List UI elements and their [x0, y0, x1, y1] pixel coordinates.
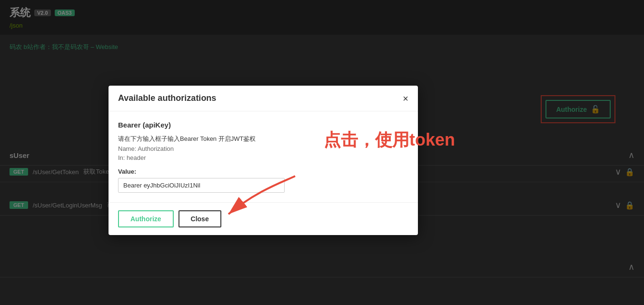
modal-title: Available authorizations	[118, 93, 216, 103]
modal-footer: Authorize Close	[109, 202, 418, 235]
modal-body: Bearer (apiKey) 请在下方输入框子输入Bearer Token 开…	[109, 111, 418, 202]
authorize-button[interactable]: Authorize	[118, 210, 174, 227]
value-label: Value:	[118, 168, 408, 175]
modal-header: Available authorizations ×	[109, 86, 418, 111]
bearer-section-title: Bearer (apiKey)	[118, 121, 408, 129]
bearer-in-label: In: header	[118, 154, 146, 161]
modal-close-button[interactable]: ×	[403, 94, 408, 103]
modal-dialog: Available authorizations × Bearer (apiKe…	[109, 86, 418, 235]
bearer-name: Name: Authorization	[118, 145, 408, 152]
close-button[interactable]: Close	[178, 210, 221, 227]
bearer-description: 请在下方输入框子输入Bearer Token 开启JWT鉴权	[118, 135, 408, 143]
bearer-in: In: header	[118, 154, 408, 161]
bearer-token-input[interactable]	[118, 178, 285, 193]
bearer-name-label: Name: Authorization	[118, 145, 174, 152]
